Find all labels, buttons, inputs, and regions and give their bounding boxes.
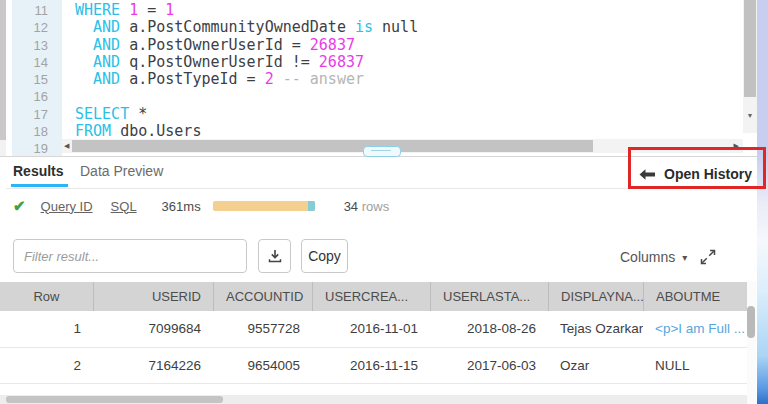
table-cell: 7099684 [93, 311, 213, 347]
line-number: 16 [12, 88, 62, 105]
active-tab-underline [11, 184, 68, 187]
query-duration: 361ms [162, 199, 201, 214]
column-header[interactable]: USERID [93, 282, 213, 311]
line-number: 14 [12, 54, 62, 71]
line-number: 11 [12, 2, 62, 19]
open-history-button[interactable]: Open History [639, 164, 752, 184]
table-cell: 9654005 [213, 348, 312, 384]
row-count: 34 rows [344, 199, 390, 214]
editor-vscroll-thumb[interactable] [744, 0, 756, 97]
table-cell: 9557728 [213, 311, 312, 347]
panel-resize-handle[interactable] [363, 146, 401, 157]
editor-hscroll-thumb[interactable] [72, 140, 593, 152]
tab-bar: Results Data Preview Open History [6, 157, 757, 189]
table-row[interactable]: 1709968495577282016-11-012018-08-26Tejas… [0, 311, 755, 348]
line-number: 15 [12, 71, 62, 88]
tab-data-preview[interactable]: Data Preview [80, 163, 163, 179]
open-history-label: Open History [664, 166, 752, 182]
expand-results-button[interactable] [700, 249, 716, 265]
editor-code[interactable]: WHERE 1 = 1 AND a.PostCommunityOwnedDate… [62, 0, 743, 141]
table-cell: 2016-11-01 [312, 311, 430, 347]
table-hscroll-thumb[interactable] [6, 396, 223, 403]
scroll-right-arrow-icon[interactable]: ▶ [734, 142, 739, 150]
table-cell: 2 [0, 348, 93, 384]
chevron-down-icon: ▾ [682, 252, 687, 263]
columns-label: Columns [620, 249, 675, 265]
code-line: AND a.PostCommunityOwnedDate is null [75, 19, 743, 36]
line-number: 13 [12, 37, 62, 54]
success-check-icon: ✔ [13, 197, 26, 215]
code-line: AND q.PostOwnerUserId != 26837 [75, 54, 743, 71]
table-cell: Tejas Ozarkar [548, 311, 643, 347]
code-line: AND a.PostOwnerUserId = 26837 [75, 37, 743, 54]
code-line: WHERE 1 = 1 [75, 2, 743, 19]
line-number: 17 [12, 106, 62, 123]
expand-icon [700, 249, 716, 265]
column-header[interactable]: USERLASTA... [430, 282, 548, 311]
back-arrow-icon [639, 169, 655, 180]
code-line: FROM dbo.Users [75, 123, 743, 140]
table-cell: NULL [643, 348, 755, 384]
table-body: 1709968495577282016-11-012018-08-26Tejas… [0, 311, 755, 404]
sql-editor[interactable]: 111213141516171819 WHERE 1 = 1 AND a.Pos… [6, 0, 743, 156]
table-horizontal-scrollbar[interactable] [0, 395, 747, 404]
column-header[interactable]: DISPLAYNA... [548, 282, 643, 311]
table-vertical-scrollbar[interactable] [747, 281, 756, 404]
query-progress-tip [308, 201, 315, 211]
table-vscroll-thumb[interactable] [747, 306, 755, 338]
filter-results-input[interactable] [13, 239, 247, 273]
row-count-label: rows [362, 199, 389, 214]
code-line: SELECT * [75, 106, 743, 123]
row-count-value: 34 [344, 199, 358, 214]
query-progress-bar [213, 201, 315, 211]
query-id-link[interactable]: Query ID [41, 199, 93, 214]
column-header[interactable]: ACCOUNTID [213, 282, 312, 311]
table-cell: <p>I am Full ... [643, 311, 755, 347]
column-header[interactable]: ABOUTME [643, 282, 755, 311]
download-button[interactable] [258, 239, 291, 273]
sql-explorer-window: 111213141516171819 WHERE 1 = 1 AND a.Pos… [0, 0, 768, 404]
column-header[interactable]: USERCREA... [312, 282, 430, 311]
columns-dropdown[interactable]: Columns ▾ [620, 249, 687, 265]
line-number: 12 [12, 19, 62, 36]
table-header-row: RowUSERIDACCOUNTIDUSERCREA...USERLASTA..… [0, 282, 755, 311]
editor-gutter: 111213141516171819 [12, 0, 62, 156]
code-line [75, 88, 743, 105]
table-cell: 2018-08-26 [430, 311, 548, 347]
table-cell: 7164226 [93, 348, 213, 384]
table-cell: 2016-11-15 [312, 348, 430, 384]
scroll-down-arrow-icon[interactable]: ▼ [743, 111, 757, 121]
sql-link[interactable]: SQL [111, 199, 137, 214]
results-panel: Results Data Preview Open History ✔ Quer… [0, 156, 757, 404]
line-number: 18 [12, 123, 62, 140]
download-icon [268, 249, 282, 263]
code-line: AND a.PostTypeId = 2 -- answer [75, 71, 743, 88]
table-cell: 1 [0, 311, 93, 347]
editor-horizontal-scrollbar[interactable]: ◀ ▶ [62, 139, 743, 153]
page-right-scrollbar[interactable] [757, 0, 768, 404]
query-status-bar: ✔ Query ID SQL 361ms 34 rows [13, 195, 389, 217]
table-cell: Ozar [548, 348, 643, 384]
copy-button[interactable]: Copy [301, 239, 348, 273]
table-cell: 2017-06-03 [430, 348, 548, 384]
line-number: 19 [12, 140, 62, 156]
table-row[interactable]: 2716422696540052016-11-152017-06-03OzarN… [0, 348, 755, 385]
scroll-left-arrow-icon[interactable]: ◀ [64, 142, 69, 150]
column-header[interactable]: Row [0, 282, 93, 311]
results-table: RowUSERIDACCOUNTIDUSERCREA...USERLASTA..… [0, 282, 755, 404]
editor-vertical-scrollbar[interactable]: ▼ [743, 0, 757, 133]
tab-results[interactable]: Results [13, 163, 64, 179]
